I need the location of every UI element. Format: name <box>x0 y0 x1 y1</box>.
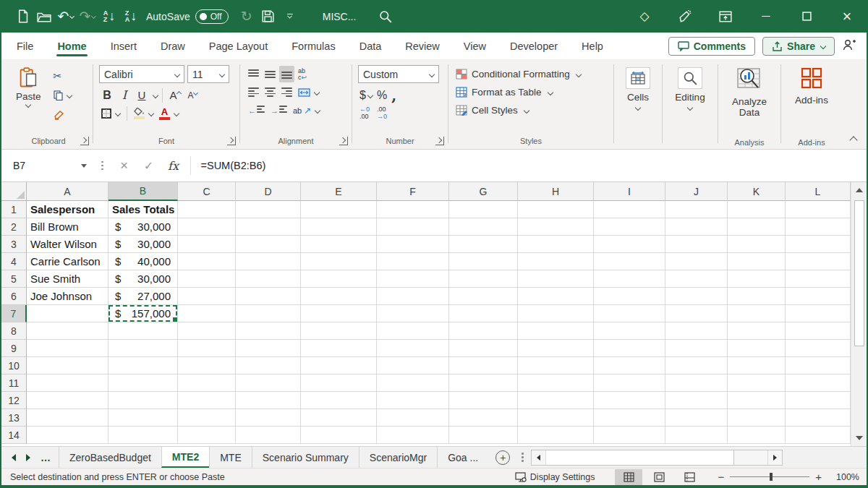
vertical-scroll-thumb[interactable] <box>854 200 864 346</box>
cell-H2[interactable] <box>518 218 594 236</box>
copy-button[interactable] <box>51 87 74 103</box>
editing-button[interactable]: Editing <box>667 63 713 149</box>
tab-draw[interactable]: Draw <box>158 35 187 57</box>
cell-F1[interactable] <box>377 201 449 218</box>
cell-K4[interactable] <box>728 253 786 270</box>
cell-D9[interactable] <box>236 340 301 357</box>
column-header-H[interactable]: H <box>518 182 594 201</box>
cell-E9[interactable] <box>301 340 377 357</box>
tab-review[interactable]: Review <box>403 35 442 57</box>
cell-B13[interactable] <box>109 409 178 427</box>
cell-G10[interactable] <box>449 357 518 374</box>
addins-button[interactable]: Add-ins <box>786 63 838 136</box>
cell-C10[interactable] <box>178 357 236 374</box>
percent-format-button[interactable]: % <box>377 89 387 102</box>
cell-C8[interactable] <box>178 322 236 340</box>
column-header-C[interactable]: C <box>178 182 236 201</box>
more-sheets-dots[interactable]: … <box>41 452 51 463</box>
zoom-out-button[interactable]: − <box>718 471 724 483</box>
ribbon-display-options-icon[interactable] <box>715 6 736 27</box>
column-header-I[interactable]: I <box>594 182 665 201</box>
open-folder-icon[interactable] <box>33 6 55 27</box>
cell-G2[interactable] <box>449 218 518 236</box>
page-layout-view-button[interactable] <box>645 469 673 485</box>
scroll-right-arrow[interactable] <box>767 450 782 465</box>
cell-F9[interactable] <box>377 340 449 357</box>
cell-J8[interactable] <box>665 322 728 340</box>
cell-L3[interactable] <box>786 236 851 253</box>
cell-I14[interactable] <box>594 427 665 444</box>
row-header-1[interactable]: 1 <box>1 201 27 218</box>
cell-J9[interactable] <box>665 340 728 357</box>
cell-J3[interactable] <box>665 236 728 253</box>
cell-A4[interactable]: Carrie Carlson <box>27 253 109 270</box>
scroll-up-arrow[interactable] <box>851 182 867 198</box>
column-header-A[interactable]: A <box>27 182 109 201</box>
cell-F13[interactable] <box>377 409 449 427</box>
cell-I6[interactable] <box>594 288 665 305</box>
underline-button[interactable]: U <box>134 87 150 103</box>
font-size-select[interactable]: 11 <box>187 65 229 83</box>
cell-G13[interactable] <box>449 409 518 427</box>
cell-D13[interactable] <box>236 409 301 427</box>
cell-E2[interactable] <box>301 218 377 236</box>
cell-L4[interactable] <box>786 253 851 270</box>
cell-F12[interactable] <box>377 392 449 409</box>
cell-H10[interactable] <box>518 357 594 374</box>
cell-C1[interactable] <box>178 201 236 218</box>
cell-L1[interactable] <box>786 201 851 218</box>
cell-E10[interactable] <box>301 357 377 374</box>
cell-L12[interactable] <box>786 392 851 409</box>
cell-A5[interactable]: Sue Smith <box>27 270 109 288</box>
cell-F5[interactable] <box>377 270 449 288</box>
cell-J6[interactable] <box>665 288 728 305</box>
tab-insert[interactable]: Insert <box>109 35 139 57</box>
column-header-L[interactable]: L <box>786 182 851 201</box>
sheet-tab-goa[interactable]: Goa ... <box>437 447 488 468</box>
cell-B8[interactable] <box>109 322 178 340</box>
cell-K2[interactable] <box>728 218 786 236</box>
cell-J13[interactable] <box>665 409 728 427</box>
cell-C2[interactable] <box>178 218 236 236</box>
cell-A9[interactable] <box>27 340 109 357</box>
cell-D12[interactable] <box>236 392 301 409</box>
cell-A10[interactable] <box>27 357 109 374</box>
cell-F3[interactable] <box>377 236 449 253</box>
cell-E3[interactable] <box>301 236 377 253</box>
cell-I3[interactable] <box>594 236 665 253</box>
cell-G4[interactable] <box>449 253 518 270</box>
cell-A11[interactable] <box>27 374 109 392</box>
decrease-font-button[interactable]: A <box>184 87 200 103</box>
cell-E5[interactable] <box>301 270 377 288</box>
autosave-control[interactable]: AutoSave Off <box>146 9 229 24</box>
tab-view[interactable]: View <box>461 35 488 57</box>
cell-L5[interactable] <box>786 270 851 288</box>
cell-C14[interactable] <box>178 427 236 444</box>
middle-align-button[interactable] <box>263 66 278 82</box>
cell-B10[interactable] <box>109 357 178 374</box>
row-header-13[interactable]: 13 <box>1 409 27 427</box>
cell-L10[interactable] <box>786 357 851 374</box>
paste-button[interactable]: Paste <box>12 64 46 133</box>
decrease-indent-button[interactable]: ← <box>246 102 267 119</box>
wrap-text-button[interactable]: abc↩ <box>296 66 309 82</box>
row-header-8[interactable]: 8 <box>1 322 27 340</box>
cell-D10[interactable] <box>236 357 301 374</box>
underline-dropdown[interactable] <box>153 92 158 98</box>
cell-A13[interactable] <box>27 409 109 427</box>
next-sheet-arrow[interactable] <box>26 454 30 461</box>
row-header-6[interactable]: 6 <box>1 288 27 305</box>
comments-button[interactable]: Comments <box>668 37 755 56</box>
cell-D3[interactable] <box>236 236 301 253</box>
horizontal-scroll-thumb[interactable] <box>546 450 734 465</box>
sort-az-button[interactable]: AZ↓ <box>98 6 120 27</box>
new-file-icon[interactable] <box>12 6 33 27</box>
conditional-formatting-button[interactable]: Conditional Formatting <box>453 65 609 83</box>
tab-developer[interactable]: Developer <box>508 35 560 57</box>
bottom-align-button[interactable] <box>279 66 294 82</box>
cell-F10[interactable] <box>377 357 449 374</box>
cell-E7[interactable] <box>301 305 377 322</box>
cell-C13[interactable] <box>178 409 236 427</box>
cell-B12[interactable] <box>109 392 178 409</box>
row-header-4[interactable]: 4 <box>1 253 27 270</box>
